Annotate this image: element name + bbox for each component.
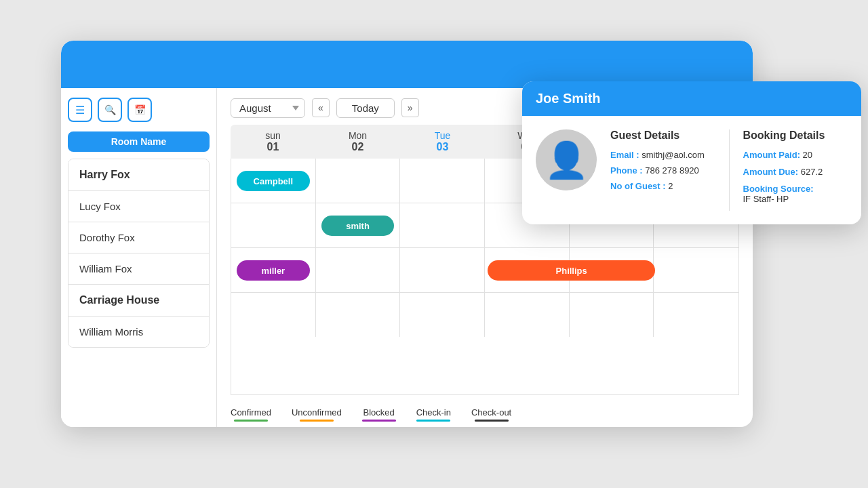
legend-confirmed-label: Confirmed <box>231 407 271 418</box>
cell-r4-c5[interactable] <box>570 293 654 337</box>
cell-r3-c1[interactable]: miller <box>231 248 316 292</box>
search-button[interactable]: 🔍 <box>98 98 122 122</box>
sidebar-item-lucy-fox[interactable]: Lucy Fox <box>68 191 209 222</box>
phone-row: Phone : 786 278 8920 <box>610 165 715 176</box>
cell-r4-c2[interactable] <box>316 293 401 337</box>
cell-r4-c4[interactable] <box>485 293 570 337</box>
next-button[interactable]: » <box>401 98 419 117</box>
cell-r3-c2[interactable] <box>316 248 401 292</box>
sidebar-item-william-morris[interactable]: William Morris <box>68 317 209 347</box>
booking-source-value: IF Staff- HP <box>743 194 789 204</box>
legend-checkin: Check-in <box>416 407 451 422</box>
sidebar-item-carriage-house[interactable]: Carriage House <box>68 285 209 317</box>
sidebar-item-dorothy-fox[interactable]: Dorothy Fox <box>68 222 209 253</box>
cell-r3-c4[interactable]: Phillips <box>485 248 570 292</box>
guest-count-row: No of Guest : 2 <box>610 181 715 191</box>
cell-r2-c3[interactable] <box>400 203 485 247</box>
amount-due-value: 627.2 <box>801 167 823 177</box>
room-list: Harry Fox Lucy Fox Dorothy Fox William F… <box>68 159 210 348</box>
menu-icon: ☰ <box>75 104 85 117</box>
booking-source-row: Booking Source: IF Staff- HP <box>743 184 848 204</box>
cell-r4-c6[interactable] <box>654 293 738 337</box>
phillips-chip[interactable]: Phillips <box>488 260 655 281</box>
amount-paid-row: Amount Paid: 20 <box>743 150 848 160</box>
amount-due-label: Amount Due: <box>743 167 801 177</box>
avatar-icon: 👤 <box>545 142 589 178</box>
legend-unconfirmed-label: Unconfirmed <box>292 407 342 418</box>
day-header-mon: Mon 02 <box>315 130 400 153</box>
cell-r3-c3[interactable] <box>400 248 485 292</box>
cal-row-3: miller Phillips <box>231 248 738 293</box>
guest-count-value: 2 <box>668 181 673 191</box>
amount-paid-label: Amount Paid: <box>743 150 803 160</box>
legend-blocked-label: Blocked <box>363 407 395 418</box>
avatar: 👤 <box>536 129 597 190</box>
legend-checkout: Check-out <box>471 407 511 422</box>
today-button[interactable]: Today <box>336 98 395 118</box>
legend-checkout-label: Check-out <box>471 407 511 418</box>
campbell-chip[interactable]: Campbell <box>237 171 310 191</box>
email-label: Email : <box>610 150 642 160</box>
room-name-button[interactable]: Room Name <box>68 131 210 152</box>
phone-value: 786 278 8920 <box>645 165 699 176</box>
legend-checkout-line <box>475 420 509 422</box>
legend-blocked: Blocked <box>362 407 396 422</box>
legend-checkin-label: Check-in <box>416 407 451 418</box>
miller-chip[interactable]: miller <box>237 260 310 281</box>
prev-button[interactable]: « <box>312 98 330 117</box>
calendar-icon: 📅 <box>134 104 146 115</box>
cell-r4-c3[interactable] <box>400 293 485 337</box>
sidebar-item-william-fox[interactable]: William Fox <box>68 253 209 285</box>
legend-confirmed-line <box>234 420 268 422</box>
cell-r2-c2[interactable]: smith <box>316 203 401 247</box>
legend-checkin-line <box>416 420 450 422</box>
cell-r1-c2[interactable] <box>316 159 401 203</box>
booking-details-title: Booking Details <box>743 129 848 142</box>
legend: Confirmed Unconfirmed Blocked Check-in <box>217 402 753 427</box>
guest-details-section: Guest Details Email : smithj@aol.com Pho… <box>610 129 715 197</box>
legend-unconfirmed: Unconfirmed <box>292 407 342 422</box>
month-select[interactable]: August September October <box>231 98 305 118</box>
sidebar: ☰ 🔍 📅 Room Name Harry Fox Lucy Fox Dorot… <box>61 88 217 427</box>
search-icon: 🔍 <box>104 104 116 115</box>
legend-unconfirmed-line <box>300 420 334 422</box>
smith-chip[interactable]: smith <box>321 216 395 236</box>
cal-row-4 <box>231 293 738 337</box>
popup-card: Joe Smith 👤 Guest Details Email : smithj… <box>522 81 861 224</box>
cell-r3-c6[interactable] <box>654 248 738 292</box>
calendar-button[interactable]: 📅 <box>127 98 152 122</box>
sidebar-item-harry-fox[interactable]: Harry Fox <box>68 159 209 191</box>
guest-count-label: No of Guest : <box>610 181 668 191</box>
next-icon: » <box>408 102 413 113</box>
booking-source-label: Booking Source: <box>743 184 814 194</box>
popup-divider <box>729 129 730 211</box>
legend-blocked-line <box>362 420 396 422</box>
email-row: Email : smithj@aol.com <box>610 150 715 160</box>
menu-button[interactable]: ☰ <box>68 98 92 122</box>
popup-guest-name: Joe Smith <box>536 91 601 106</box>
booking-details-section: Booking Details Amount Paid: 20 Amount D… <box>743 129 848 211</box>
guest-details-title: Guest Details <box>610 129 715 142</box>
phone-label: Phone : <box>610 165 643 176</box>
day-header-sun: sun 01 <box>231 130 315 153</box>
amount-paid-value: 20 <box>803 150 812 160</box>
legend-confirmed: Confirmed <box>231 407 271 422</box>
amount-due-row: Amount Due: 627.2 <box>743 167 848 177</box>
popup-body: 👤 Guest Details Email : smithj@aol.com P… <box>522 116 861 224</box>
cell-r1-c1[interactable]: Campbell <box>231 159 316 203</box>
popup-header: Joe Smith <box>522 81 861 116</box>
cell-r1-c3[interactable] <box>400 159 485 203</box>
prev-icon: « <box>318 102 323 113</box>
day-header-tue: Tue 03 <box>400 130 485 153</box>
email-value: smithj@aol.com <box>642 150 705 160</box>
cell-r2-c1[interactable] <box>231 203 316 247</box>
sidebar-toolbar: ☰ 🔍 📅 <box>68 98 210 122</box>
cell-r4-c1[interactable] <box>231 293 316 337</box>
